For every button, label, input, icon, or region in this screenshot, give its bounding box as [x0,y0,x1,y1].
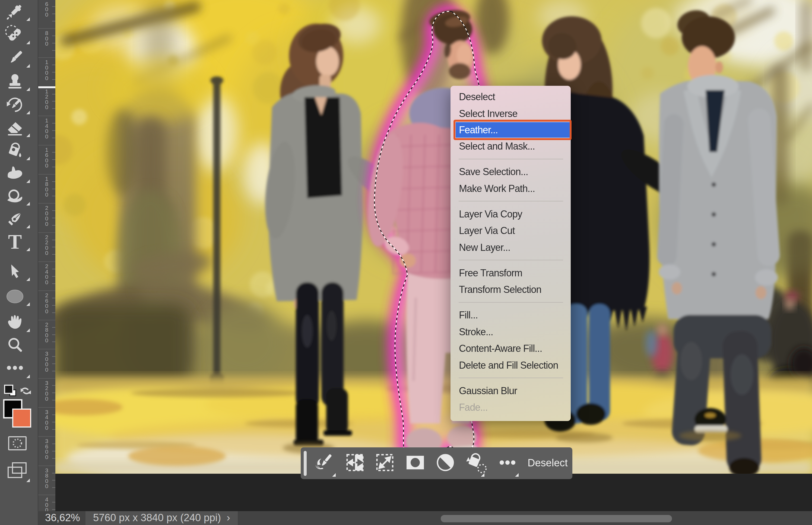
svg-text:T: T [8,230,22,253]
